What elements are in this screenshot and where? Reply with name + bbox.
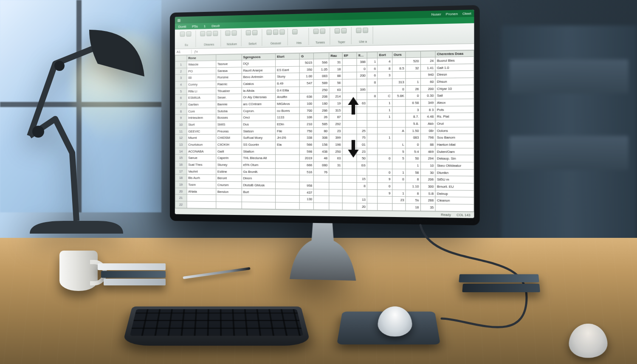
cell[interactable]: Beront	[216, 175, 242, 182]
cell[interactable]: 8	[406, 176, 420, 183]
cell[interactable]	[276, 175, 300, 182]
cell[interactable]	[342, 182, 357, 189]
cell[interactable]: 0	[392, 85, 406, 93]
cell[interactable]: Bannie	[216, 101, 242, 107]
cell[interactable]: 63	[357, 100, 367, 107]
cell[interactable]: Bls Aurh	[187, 175, 216, 181]
cell[interactable]: 438	[314, 148, 329, 155]
cell[interactable]: 58	[406, 169, 420, 176]
cell[interactable]: 5015	[299, 59, 313, 66]
cell[interactable]: Tosm	[187, 181, 216, 188]
cell[interactable]	[392, 72, 406, 79]
ribbon-button-icon[interactable]	[267, 30, 272, 35]
cell[interactable]	[342, 59, 357, 66]
cell[interactable]: Cnursm	[216, 181, 242, 188]
cell[interactable]: 214	[329, 93, 342, 100]
column-header[interactable]: Cherentes Doas	[435, 50, 474, 57]
row-number[interactable]: 12	[175, 135, 186, 141]
cell[interactable]	[342, 203, 357, 210]
cell[interactable]: 0	[378, 155, 392, 162]
cell[interactable]: 1	[392, 169, 406, 176]
cell[interactable]: 19	[329, 100, 342, 107]
cell[interactable]	[367, 141, 378, 148]
cell[interactable]: 1	[367, 58, 378, 65]
cell[interactable]	[342, 72, 357, 79]
cell[interactable]	[378, 86, 392, 93]
cell[interactable]: Raoril Anarpe	[242, 67, 276, 74]
row-number[interactable]: 14	[175, 148, 186, 155]
ribbon-button-icon[interactable]	[200, 31, 205, 36]
cell[interactable]: 8	[367, 79, 378, 86]
cell[interactable]: 48	[314, 155, 329, 162]
cell[interactable]: 349	[420, 99, 435, 106]
cell[interactable]: 3	[406, 106, 420, 113]
cell[interactable]	[329, 203, 342, 210]
cell[interactable]: 250	[329, 148, 342, 155]
cell[interactable]: 2019	[299, 155, 313, 161]
cell[interactable]: 76	[314, 169, 329, 175]
cell[interactable]: 23	[357, 148, 367, 155]
cell[interactable]: 80	[314, 127, 329, 134]
cell[interactable]: 200	[357, 72, 367, 79]
cell[interactable]: Cleanon	[435, 197, 474, 204]
cell[interactable]	[342, 162, 357, 169]
cell[interactable]: Galt 1.0	[435, 64, 474, 71]
cell[interactable]: 395	[357, 86, 367, 93]
cell[interactable]: DtotsiB GMosk	[242, 182, 276, 189]
table-row[interactable]: 12MiumtCHIDSMSoRoal MoeyJH.0'63383083997…	[175, 134, 474, 141]
cell[interactable]	[314, 203, 329, 210]
cell[interactable]: co Bonrs	[276, 107, 300, 114]
cell[interactable]: 083	[406, 134, 420, 141]
cell[interactable]	[392, 203, 406, 211]
cell[interactable]: 9	[378, 176, 392, 183]
cell[interactable]: 0	[406, 92, 420, 99]
cell[interactable]: 8	[367, 93, 378, 99]
cell[interactable]	[392, 99, 406, 107]
cell[interactable]	[242, 202, 276, 209]
cell[interactable]: C	[378, 93, 392, 100]
cell[interactable]: Sail	[435, 92, 474, 99]
cell[interactable]: 50	[357, 155, 367, 162]
cell[interactable]: 50	[406, 155, 420, 162]
cell[interactable]: 589	[314, 79, 329, 87]
cell[interactable]: 5	[392, 155, 406, 162]
cell[interactable]: Dus	[242, 121, 276, 127]
cell[interactable]	[378, 203, 392, 211]
cell[interactable]: 4.48	[420, 113, 435, 120]
cell[interactable]	[357, 169, 367, 175]
cell[interactable]: Akb	[420, 120, 435, 127]
cell[interactable]	[367, 107, 378, 113]
cell[interactable]: 0	[406, 141, 420, 148]
cell[interactable]: Stiatton	[242, 148, 276, 155]
cell[interactable]	[242, 195, 276, 203]
cell[interactable]: Dirern	[242, 175, 276, 182]
cell[interactable]	[342, 196, 357, 203]
cell[interactable]: 9	[378, 189, 392, 197]
cell[interactable]: 18	[406, 204, 420, 211]
cell[interactable]: 350	[299, 66, 313, 73]
cell[interactable]: 31	[329, 162, 342, 169]
cell[interactable]: 01	[357, 141, 367, 148]
cell[interactable]: Stuny	[276, 73, 300, 80]
cell[interactable]: Buorul Bles	[435, 56, 474, 64]
cell[interactable]	[276, 161, 300, 168]
cell[interactable]	[367, 203, 378, 211]
cell[interactable]	[378, 141, 392, 148]
ribbon-button-icon[interactable]	[246, 30, 251, 35]
row-number[interactable]: 3	[175, 74, 186, 81]
cell[interactable]: 315	[329, 107, 342, 113]
ribbon-tab[interactable]: Deo9	[211, 24, 220, 28]
cell[interactable]	[367, 176, 378, 183]
table-row[interactable]: 14ACONABAGailtStiatton5984382502355:4469…	[175, 148, 474, 155]
cell[interactable]: 313	[392, 79, 406, 86]
row-number[interactable]: 7	[175, 101, 186, 108]
cell[interactable]: 0.30	[420, 92, 435, 99]
cell[interactable]: 8.49	[276, 80, 300, 87]
ribbon-button-icon[interactable]	[252, 30, 257, 35]
cell[interactable]: 300	[420, 183, 435, 190]
cell[interactable]: 286	[314, 107, 329, 114]
column-header[interactable]	[420, 51, 435, 57]
cell[interactable]: 1.10	[406, 183, 420, 190]
cell[interactable]: 1	[392, 190, 406, 197]
cell[interactable]: 25	[357, 127, 367, 134]
